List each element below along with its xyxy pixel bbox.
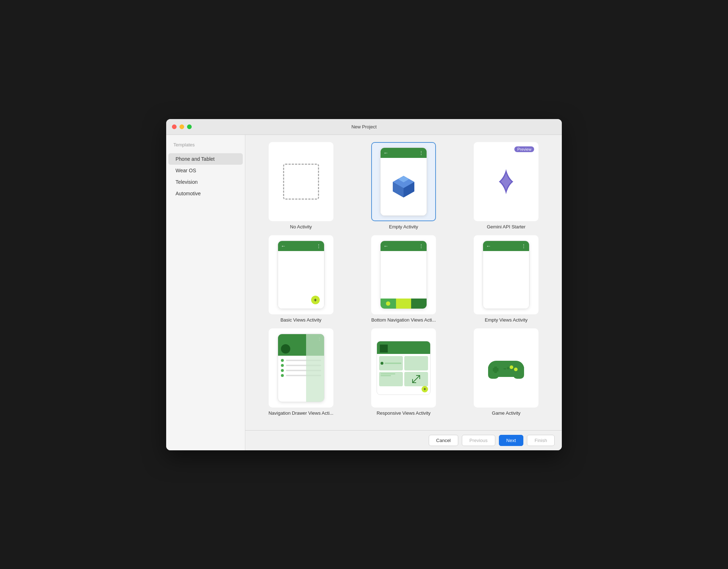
phone-body bbox=[381, 158, 427, 215]
template-no-activity[interactable]: No Activity bbox=[252, 142, 349, 229]
nav-drawer-card[interactable]: ⋮ bbox=[269, 328, 333, 408]
bottom-nav-item-3 bbox=[411, 299, 427, 309]
responsive-label: Responsive Views Activity bbox=[377, 410, 431, 416]
more-vert-icon: ⋮ bbox=[522, 243, 526, 249]
bottom-nav-card[interactable]: ← ⋮ bbox=[371, 235, 436, 314]
main-content: No Activity ← ⋮ bbox=[245, 135, 562, 450]
preview-badge: Preview bbox=[514, 146, 534, 152]
empty-activity-label: Empty Activity bbox=[389, 224, 418, 229]
svg-line-5 bbox=[413, 375, 420, 383]
svg-point-12 bbox=[514, 368, 518, 371]
sidebar-section-title: Templates bbox=[166, 142, 245, 153]
responsive-header bbox=[377, 341, 430, 354]
responsive-card[interactable]: + bbox=[371, 328, 436, 408]
game-label: Game Activity bbox=[492, 410, 520, 416]
sidebar: Templates Phone and Tablet Wear OS Telev… bbox=[166, 135, 245, 450]
grid-cell-4 bbox=[404, 372, 428, 386]
basic-views-label: Basic Views Activity bbox=[281, 317, 322, 323]
bottom-bar: Cancel Previous Next Finish bbox=[245, 430, 562, 450]
new-project-window: New Project Templates Phone and Tablet W… bbox=[166, 119, 562, 450]
empty-views-header: ← ⋮ bbox=[483, 241, 529, 251]
title-bar: New Project bbox=[166, 119, 562, 135]
gemini-api-card[interactable]: Preview bbox=[474, 142, 538, 221]
empty-activity-card[interactable]: ← ⋮ bbox=[371, 142, 436, 221]
responsive-fab-icon: + bbox=[422, 386, 428, 392]
empty-views-mockup: ← ⋮ bbox=[483, 241, 529, 309]
gemini-star-icon bbox=[492, 167, 520, 196]
more-vert-icon: ⋮ bbox=[419, 150, 424, 155]
template-basic-views[interactable]: ← ⋮ + Basic Views Activity bbox=[252, 235, 349, 323]
next-button[interactable]: Next bbox=[499, 435, 524, 446]
svg-point-11 bbox=[510, 365, 513, 369]
back-arrow-icon: ← bbox=[383, 150, 388, 156]
bottom-nav-bar bbox=[381, 299, 427, 309]
basic-views-header: ← ⋮ bbox=[278, 241, 324, 251]
no-activity-card[interactable] bbox=[269, 142, 333, 221]
sidebar-item-television[interactable]: Television bbox=[168, 176, 243, 188]
sidebar-item-wear-os[interactable]: Wear OS bbox=[168, 165, 243, 176]
drawer-icon bbox=[281, 374, 284, 377]
fab-icon: + bbox=[311, 296, 320, 304]
more-vert-icon: ⋮ bbox=[419, 243, 424, 249]
back-arrow-icon: ← bbox=[281, 243, 286, 249]
nav-drawer-label: Navigation Drawer Views Acti... bbox=[268, 410, 333, 416]
maximize-button[interactable] bbox=[187, 124, 192, 129]
bottom-nav-header: ← ⋮ bbox=[381, 241, 427, 251]
empty-views-card[interactable]: ← ⋮ bbox=[474, 235, 538, 314]
gemini-api-label: Gemini API Starter bbox=[487, 224, 526, 229]
basic-views-card[interactable]: ← ⋮ + bbox=[269, 235, 333, 314]
traffic-lights bbox=[172, 124, 192, 129]
no-activity-label: No Activity bbox=[290, 224, 312, 229]
grid-cell-1 bbox=[379, 356, 403, 370]
nav-drawer-mockup: ⋮ bbox=[278, 334, 324, 402]
window-title: New Project bbox=[351, 124, 377, 129]
grid-cell-3 bbox=[379, 372, 403, 386]
game-card[interactable] bbox=[474, 328, 538, 408]
phone-header: ← ⋮ bbox=[381, 148, 427, 158]
bottom-nav-mockup: ← ⋮ bbox=[380, 241, 427, 309]
bottom-nav-body bbox=[381, 251, 427, 309]
game-controller-icon bbox=[486, 354, 526, 382]
basic-views-mockup: ← ⋮ + bbox=[278, 241, 324, 309]
template-game[interactable]: Game Activity bbox=[458, 328, 555, 416]
previous-button[interactable]: Previous bbox=[462, 435, 495, 446]
drawer-icon bbox=[281, 369, 284, 372]
basic-views-body: + bbox=[278, 251, 324, 309]
grid-cell-2 bbox=[404, 356, 428, 370]
back-arrow-icon: ← bbox=[486, 243, 491, 249]
templates-area: No Activity ← ⋮ bbox=[245, 135, 562, 430]
svg-rect-13 bbox=[504, 368, 506, 369]
template-nav-drawer[interactable]: ⋮ bbox=[252, 328, 349, 416]
svg-rect-15 bbox=[508, 367, 509, 369]
resize-arrow-icon bbox=[411, 374, 421, 384]
responsive-mockup: + bbox=[377, 341, 431, 395]
no-activity-icon bbox=[283, 164, 319, 200]
template-empty-activity[interactable]: ← ⋮ bbox=[355, 142, 452, 229]
template-empty-views[interactable]: ← ⋮ Empty Views Activity bbox=[458, 235, 555, 323]
drawer-icon bbox=[281, 364, 284, 367]
sidebar-item-automotive[interactable]: Automotive bbox=[168, 188, 243, 199]
content-area: Templates Phone and Tablet Wear OS Telev… bbox=[166, 135, 562, 450]
drawer-avatar-icon bbox=[281, 344, 290, 354]
template-gemini-api[interactable]: Preview Gemini API Starter bbox=[458, 142, 555, 229]
drawer-panel bbox=[306, 334, 324, 402]
bottom-nav-item-2 bbox=[396, 299, 411, 309]
empty-views-label: Empty Views Activity bbox=[485, 317, 528, 323]
empty-views-body bbox=[483, 251, 529, 309]
finish-button[interactable]: Finish bbox=[527, 435, 555, 446]
cancel-button[interactable]: Cancel bbox=[429, 435, 458, 446]
close-button[interactable] bbox=[172, 124, 177, 129]
back-arrow-icon: ← bbox=[383, 243, 388, 249]
sidebar-item-phone-tablet[interactable]: Phone and Tablet bbox=[168, 153, 243, 165]
bottom-nav-label: Bottom Navigation Views Acti... bbox=[371, 317, 436, 323]
template-responsive[interactable]: + Responsive Views Activity bbox=[355, 328, 452, 416]
drawer-icon bbox=[281, 359, 284, 362]
responsive-grid bbox=[377, 354, 430, 388]
bottom-nav-item-1 bbox=[381, 299, 396, 309]
android-logo-icon bbox=[389, 172, 418, 201]
svg-rect-10 bbox=[493, 368, 499, 372]
template-bottom-nav[interactable]: ← ⋮ bbox=[355, 235, 452, 323]
templates-grid: No Activity ← ⋮ bbox=[252, 142, 555, 416]
minimize-button[interactable] bbox=[179, 124, 184, 129]
empty-activity-mockup: ← ⋮ bbox=[380, 147, 427, 216]
